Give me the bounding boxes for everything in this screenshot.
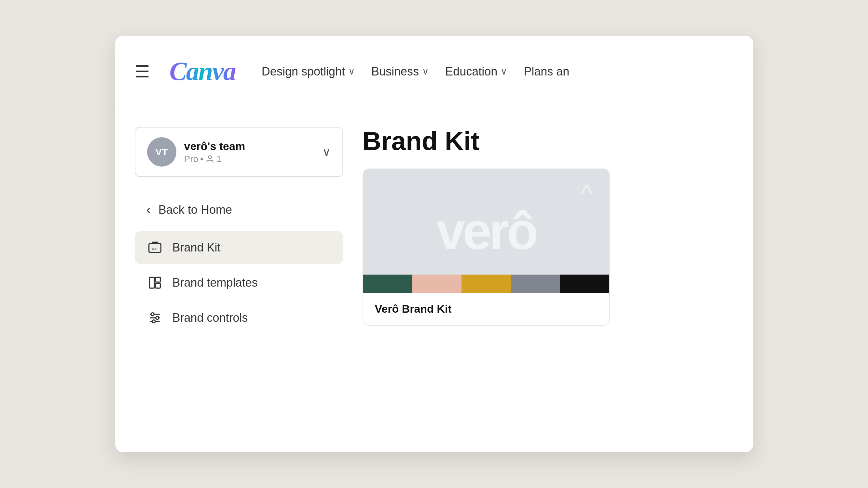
sidebar-item-brand-templates[interactable]: Brand templates	[135, 266, 343, 299]
team-selector[interactable]: VT verô's team Pro • 1 ∨	[135, 127, 343, 177]
navbar: ☰ Canva Design spotlight ∨ Business ∨ Ed…	[115, 36, 753, 107]
brand-kit-name: Verô Brand Kit	[375, 302, 597, 315]
sidebar-item-brand-controls[interactable]: Brand controls	[135, 301, 343, 334]
sidebar-item-label: Brand templates	[173, 276, 258, 290]
chevron-down-icon: ∨	[348, 66, 355, 77]
browser-window: ☰ Canva Design spotlight ∨ Business ∨ Ed…	[115, 36, 753, 452]
hat-icon: ^	[581, 179, 593, 209]
sidebar-item-brand-kit[interactable]: co. Brand Kit	[135, 231, 343, 264]
sidebar: VT verô's team Pro • 1 ∨	[135, 127, 343, 433]
brand-kit-card[interactable]: verô ^ Verô Brand Kit	[363, 168, 610, 326]
nav-item-plans[interactable]: Plans an	[524, 65, 569, 78]
svg-text:co.: co.	[152, 247, 157, 251]
nav-item-design-spotlight[interactable]: Design spotlight ∨	[262, 65, 355, 78]
chevron-down-icon: ∨	[422, 66, 429, 77]
color-swatch-2	[412, 274, 462, 293]
canva-logo[interactable]: Canva	[169, 57, 236, 86]
color-swatch-5	[560, 274, 609, 293]
svg-point-7	[151, 313, 154, 316]
team-info: verô's team Pro • 1	[184, 140, 314, 164]
brand-kit-card-footer: Verô Brand Kit	[363, 293, 609, 325]
svg-point-9	[156, 316, 158, 319]
svg-rect-5	[155, 283, 160, 288]
avatar: VT	[147, 137, 177, 167]
brand-kit-logo: verô	[436, 205, 536, 257]
back-arrow-icon: ‹	[147, 202, 151, 217]
brand-controls-icon	[147, 311, 163, 325]
svg-rect-4	[155, 278, 160, 282]
color-swatch-1	[363, 274, 412, 293]
dropdown-chevron-icon: ∨	[322, 145, 331, 159]
nav-item-business[interactable]: Business ∨	[371, 65, 429, 78]
svg-point-0	[208, 156, 211, 158]
color-swatch-4	[510, 274, 560, 293]
right-content: Brand Kit verô ^ Verô Brand Ki	[363, 127, 734, 433]
back-to-home-button[interactable]: ‹ Back to Home	[135, 193, 343, 226]
hamburger-icon[interactable]: ☰	[135, 63, 150, 80]
sidebar-item-label: Brand Kit	[173, 241, 221, 254]
brand-templates-icon	[147, 275, 163, 290]
team-name: verô's team	[184, 140, 314, 153]
main-content: VT verô's team Pro • 1 ∨	[115, 107, 753, 452]
brand-kit-preview: verô ^	[363, 169, 609, 293]
page-title: Brand Kit	[363, 127, 734, 156]
chevron-down-icon: ∨	[501, 66, 507, 77]
color-swatch-3	[462, 274, 510, 293]
svg-rect-3	[149, 278, 154, 288]
color-strip	[363, 274, 609, 293]
team-meta: Pro • 1	[184, 154, 314, 164]
nav-links: Design spotlight ∨ Business ∨ Education …	[262, 65, 569, 78]
nav-item-education[interactable]: Education ∨	[445, 65, 507, 78]
brand-kit-icon: co.	[147, 240, 163, 255]
person-icon	[205, 155, 215, 164]
sidebar-item-label: Brand controls	[173, 311, 248, 325]
svg-point-11	[152, 320, 155, 323]
sidebar-nav: ‹ Back to Home co. Brand Kit	[135, 193, 343, 334]
